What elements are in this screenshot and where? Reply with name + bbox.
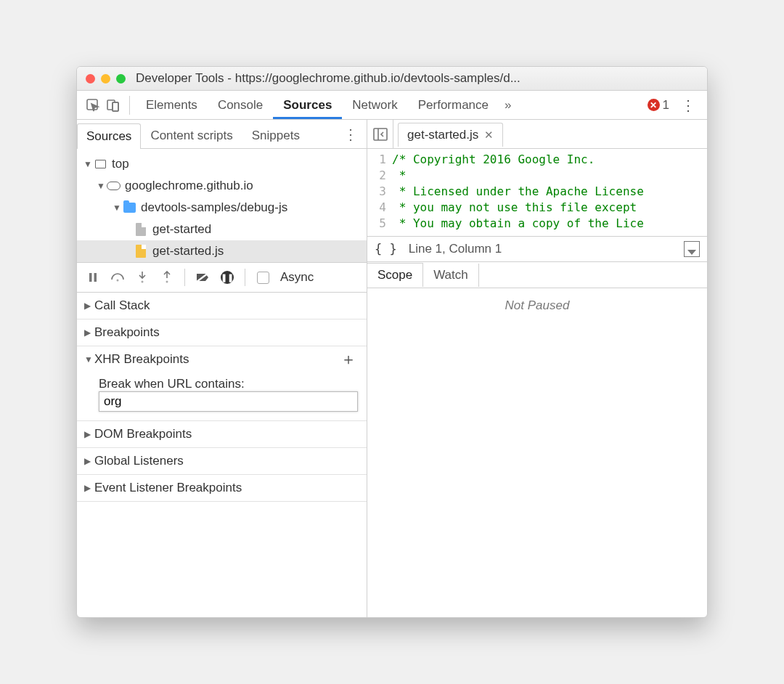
devtools-window: Developer Tools - https://googlechrome.g… (76, 66, 708, 618)
nav-tab-snippets[interactable]: Snippets (242, 123, 309, 148)
editor-file-tab[interactable]: get-started.js ✕ (398, 123, 503, 147)
pretty-print-icon[interactable]: { } (375, 242, 397, 256)
zoom-window-icon[interactable] (116, 74, 126, 84)
tab-scope[interactable]: Scope (367, 263, 423, 287)
svg-rect-5 (94, 273, 97, 282)
separator (245, 269, 245, 286)
close-tab-icon[interactable]: ✕ (484, 129, 494, 142)
debug-accordion: ▶Call Stack ▶Breakpoints ▼XHR Breakpoint… (77, 293, 367, 617)
deactivate-breakpoints-icon[interactable] (192, 267, 213, 288)
debugger-toolbar: ❚❚ Async (77, 262, 367, 293)
svg-point-7 (142, 281, 144, 283)
section-breakpoints[interactable]: ▶Breakpoints (77, 319, 367, 346)
tree-file-html[interactable]: get-started (77, 219, 367, 240)
error-icon: ✕ (648, 99, 660, 111)
scope-watch-tabs: Scope Watch (367, 262, 707, 288)
not-paused-message: Not Paused (505, 298, 570, 313)
inspect-element-icon[interactable] (83, 95, 103, 115)
xhr-breakpoint-label: Break when URL contains: (99, 377, 358, 391)
section-event-listener-breakpoints[interactable]: ▶Event Listener Breakpoints (77, 475, 367, 501)
navigator-tabs: Sources Content scripts Snippets ⋮ (77, 120, 367, 149)
tree-label: devtools-samples/debug-js (141, 200, 287, 215)
tab-watch[interactable]: Watch (423, 264, 479, 287)
main-tabs: Elements Console Sources Network Perform… (77, 91, 707, 120)
window-controls (86, 74, 126, 84)
xhr-url-input[interactable] (99, 391, 358, 412)
cursor-position: Line 1, Column 1 (409, 242, 502, 256)
file-icon (136, 223, 146, 236)
tree-frame-top[interactable]: ▼ top (77, 153, 367, 175)
svg-point-8 (166, 281, 168, 283)
tree-label: googlechrome.github.io (125, 179, 253, 193)
code-editor[interactable]: 1 2 3 4 5 /* Copyright 2016 Google Inc. … (367, 149, 707, 236)
tab-console[interactable]: Console (208, 91, 273, 119)
toggle-navigator-icon[interactable] (367, 120, 393, 148)
folder-icon (123, 203, 136, 213)
svg-rect-4 (89, 273, 92, 282)
frame-icon (95, 160, 106, 168)
more-tabs-icon[interactable]: » (499, 98, 517, 113)
error-indicator[interactable]: ✕ 1 (642, 98, 675, 113)
section-call-stack[interactable]: ▶Call Stack (77, 293, 367, 319)
minimize-window-icon[interactable] (101, 74, 110, 84)
code-content: /* Copyright 2016 Google Inc. * * Licens… (392, 149, 707, 236)
tab-elements[interactable]: Elements (136, 91, 208, 119)
titlebar: Developer Tools - https://googlechrome.g… (77, 67, 707, 91)
section-xhr-breakpoints[interactable]: ▼XHR Breakpoints＋ (77, 346, 367, 372)
editor-tab-label: get-started.js (407, 128, 478, 142)
tree-file-js[interactable]: get-started.js (77, 240, 367, 262)
nav-tab-sources[interactable]: Sources (77, 123, 141, 149)
step-over-icon[interactable] (107, 267, 128, 288)
tree-label: get-started (152, 222, 211, 237)
nav-tab-content-scripts[interactable]: Content scripts (141, 123, 242, 148)
gutter: 1 2 3 4 5 (367, 149, 392, 236)
cloud-icon (107, 182, 121, 190)
pause-on-exceptions-icon[interactable]: ❚❚ (217, 267, 237, 288)
tree-domain[interactable]: ▼ googlechrome.github.io (77, 175, 367, 197)
close-window-icon[interactable] (86, 74, 95, 84)
tab-network[interactable]: Network (342, 91, 407, 119)
tab-sources[interactable]: Sources (273, 91, 342, 119)
separator (129, 96, 130, 115)
add-xhr-breakpoint-icon[interactable]: ＋ (340, 349, 359, 370)
window-title: Developer Tools - https://googlechrome.g… (136, 71, 520, 86)
right-pane: get-started.js ✕ 1 2 3 4 5 /* Copyright … (367, 120, 707, 617)
step-out-icon[interactable] (157, 267, 177, 288)
settings-menu-icon[interactable]: ⋮ (675, 97, 701, 114)
svg-rect-2 (113, 102, 118, 111)
device-toolbar-icon[interactable] (103, 95, 123, 115)
async-label: Async (280, 270, 314, 285)
scope-body: Not Paused (367, 288, 707, 617)
section-global-listeners[interactable]: ▶Global Listeners (77, 448, 367, 474)
file-js-icon (136, 245, 146, 258)
async-checkbox[interactable] (253, 267, 273, 288)
step-into-icon[interactable] (132, 267, 152, 288)
separator (184, 269, 185, 286)
error-count: 1 (663, 98, 669, 113)
nav-tabs-more-icon[interactable]: ⋮ (335, 126, 367, 143)
tree-label: top (112, 157, 129, 171)
tree-label: get-started.js (152, 244, 224, 258)
tree-folder[interactable]: ▼ devtools-samples/debug-js (77, 197, 367, 219)
left-pane: Sources Content scripts Snippets ⋮ ▼ top… (77, 120, 367, 617)
editor-tabs: get-started.js ✕ (367, 120, 707, 149)
editor-footer: { } Line 1, Column 1 (367, 236, 707, 262)
file-tree: ▼ top ▼ googlechrome.github.io ▼ devtool… (77, 149, 367, 262)
section-dom-breakpoints[interactable]: ▶DOM Breakpoints (77, 421, 367, 447)
tab-performance[interactable]: Performance (408, 91, 499, 119)
pause-resume-icon[interactable] (83, 267, 103, 288)
svg-point-6 (117, 280, 119, 282)
coverage-dropdown-icon[interactable] (684, 241, 700, 257)
